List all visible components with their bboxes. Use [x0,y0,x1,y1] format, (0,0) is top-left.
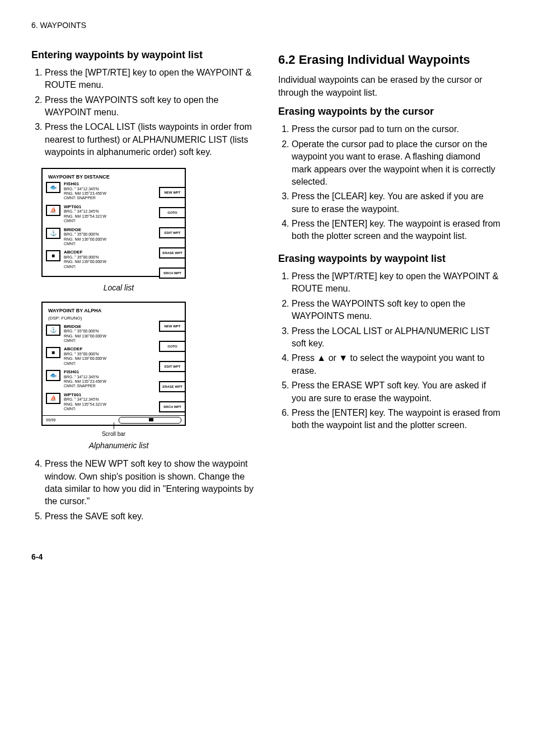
softkey-erase-wpt[interactable]: ERASE WPT [159,247,186,259]
local-list-figure: WAYPOINT BY DISTANCE 🐟 FISH01 BRG. ° 34°… [41,168,186,278]
right-steps-1: Press the cursor pad to turn on the curs… [278,123,503,243]
step: Press the SAVE soft key. [45,510,256,523]
step: Press the [CLEAR] key. You are asked if … [292,190,503,215]
right-section-title: 6.2 Erasing Individual Waypoints [278,51,503,69]
anchor-icon: ⚓ [46,325,60,336]
alpha-list-figure: WAYPOINT BY ALPHA (DSP: FURUNO) ⚓ BRIDGE… [41,302,186,426]
step: Press the LOCAL LIST (lists waypoints in… [45,121,256,158]
step: Press the ERASE WPT soft key. You are as… [292,379,503,405]
square-icon: ■ [46,250,60,261]
step: Press the cursor pad to turn on the curs… [292,123,503,135]
softkey-edit-wpt[interactable]: EDIT WPT [159,361,186,372]
step: Press ▲ or ▼ to select the waypoint you … [292,352,503,377]
anchor-icon: ⚓ [46,228,60,239]
softkey-new-wpt[interactable]: NEW WPT [159,321,186,332]
fish-icon: 🐟 [46,370,60,381]
figure-title: WAYPOINT BY ALPHA [48,307,181,314]
right-steps-2: Press the [WPT/RTE] key to open the WAYP… [278,270,503,432]
step: Press the [WPT/RTE] key to open the WAYP… [45,67,256,92]
right-column: 6.2 Erasing Individual Waypoints Individ… [278,43,503,532]
softkey-srch-wpt[interactable]: SRCH WPT [159,267,186,279]
page-number: 6-4 [31,552,503,563]
step: Press the [ENTER] key. The waypoint is e… [292,218,503,243]
page-count: 99/99 [46,417,56,423]
softkey-column: NEW WPT GOTO EDIT WPT ERASE WPT SRCH WPT [159,321,186,412]
step: Press the NEW WPT soft key to show the w… [45,458,256,508]
scrollbar-callout: Scroll bar [41,430,186,438]
scroll-bar[interactable] [119,417,181,424]
left-steps-a: Press the [WPT/RTE] key to open the WAYP… [31,67,256,159]
step: Operate the cursor pad to place the curs… [292,138,503,189]
left-section-title: Entering waypoints by waypoint list [31,48,256,62]
step: Press the WAYPOINTS soft key to open the… [292,298,503,323]
page-header: 6. WAYPOINTS [31,20,503,31]
square-icon: ■ [46,347,60,358]
left-column: Entering waypoints by waypoint list Pres… [31,43,256,532]
figure-caption: Alphanumeric list [41,440,196,452]
softkey-goto[interactable]: GOTO [159,341,186,352]
softkey-erase-wpt[interactable]: ERASE WPT [159,381,186,392]
figure-title: WAYPOINT BY DISTANCE [48,173,181,181]
subsection-title: Erasing waypoints by waypoint list [278,252,503,266]
step: Press the [ENTER] key. The waypoint is e… [292,407,503,432]
subsection-title: Erasing waypoints by the cursor [278,105,503,119]
softkey-srch-wpt[interactable]: SRCH WPT [159,401,186,412]
wreck-icon: ⛵ [46,205,60,216]
left-steps-b: Press the NEW WPT soft key to show the w… [31,458,256,523]
softkey-goto[interactable]: GOTO [159,207,186,218]
fish-icon: 🐟 [46,182,60,193]
softkey-edit-wpt[interactable]: EDIT WPT [159,227,186,238]
softkey-new-wpt[interactable]: NEW WPT [159,187,186,198]
intro-text: Individual waypoints can be erased by th… [278,74,503,99]
wreck-icon: ⛵ [46,393,60,404]
step: Press the WAYPOINTS soft key to open the… [45,94,256,119]
figure-caption: Local list [41,283,196,294]
step: Press the [WPT/RTE] key to open the WAYP… [292,270,503,295]
softkey-column: NEW WPT GOTO EDIT WPT ERASE WPT SRCH WPT [159,187,186,279]
step: Press the LOCAL LIST or ALPHA/NUMERIC LI… [292,325,503,350]
